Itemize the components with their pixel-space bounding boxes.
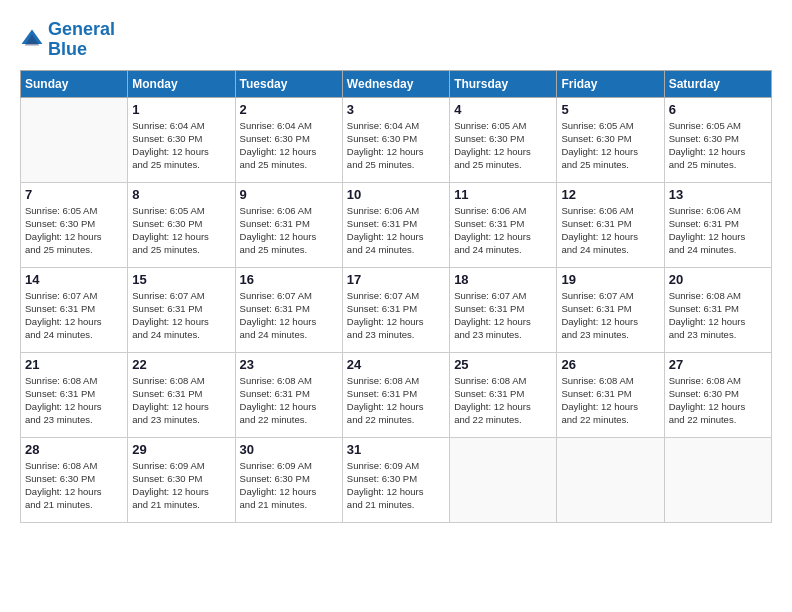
calendar-cell: 31Sunrise: 6:09 AM Sunset: 6:30 PM Dayli…: [342, 437, 449, 522]
day-number: 3: [347, 102, 445, 117]
calendar-cell: 2Sunrise: 6:04 AM Sunset: 6:30 PM Daylig…: [235, 97, 342, 182]
day-info: Sunrise: 6:06 AM Sunset: 6:31 PM Dayligh…: [561, 204, 659, 257]
day-number: 1: [132, 102, 230, 117]
calendar-cell: 1Sunrise: 6:04 AM Sunset: 6:30 PM Daylig…: [128, 97, 235, 182]
calendar-cell: [557, 437, 664, 522]
day-number: 4: [454, 102, 552, 117]
calendar-cell: 22Sunrise: 6:08 AM Sunset: 6:31 PM Dayli…: [128, 352, 235, 437]
header-sunday: Sunday: [21, 70, 128, 97]
calendar-cell: 5Sunrise: 6:05 AM Sunset: 6:30 PM Daylig…: [557, 97, 664, 182]
day-number: 29: [132, 442, 230, 457]
calendar-cell: 24Sunrise: 6:08 AM Sunset: 6:31 PM Dayli…: [342, 352, 449, 437]
calendar-week-3: 14Sunrise: 6:07 AM Sunset: 6:31 PM Dayli…: [21, 267, 772, 352]
day-info: Sunrise: 6:05 AM Sunset: 6:30 PM Dayligh…: [25, 204, 123, 257]
calendar-cell: [21, 97, 128, 182]
calendar-table: SundayMondayTuesdayWednesdayThursdayFrid…: [20, 70, 772, 523]
header-saturday: Saturday: [664, 70, 771, 97]
day-info: Sunrise: 6:09 AM Sunset: 6:30 PM Dayligh…: [347, 459, 445, 512]
day-number: 27: [669, 357, 767, 372]
day-info: Sunrise: 6:04 AM Sunset: 6:30 PM Dayligh…: [240, 119, 338, 172]
day-number: 28: [25, 442, 123, 457]
page-header: General Blue: [20, 20, 772, 60]
logo-icon: [20, 28, 44, 52]
calendar-cell: 11Sunrise: 6:06 AM Sunset: 6:31 PM Dayli…: [450, 182, 557, 267]
header-thursday: Thursday: [450, 70, 557, 97]
day-info: Sunrise: 6:08 AM Sunset: 6:31 PM Dayligh…: [454, 374, 552, 427]
calendar-cell: 30Sunrise: 6:09 AM Sunset: 6:30 PM Dayli…: [235, 437, 342, 522]
day-number: 2: [240, 102, 338, 117]
calendar-cell: 17Sunrise: 6:07 AM Sunset: 6:31 PM Dayli…: [342, 267, 449, 352]
calendar-week-2: 7Sunrise: 6:05 AM Sunset: 6:30 PM Daylig…: [21, 182, 772, 267]
calendar-cell: 6Sunrise: 6:05 AM Sunset: 6:30 PM Daylig…: [664, 97, 771, 182]
calendar-cell: 23Sunrise: 6:08 AM Sunset: 6:31 PM Dayli…: [235, 352, 342, 437]
day-info: Sunrise: 6:05 AM Sunset: 6:30 PM Dayligh…: [454, 119, 552, 172]
calendar-cell: 15Sunrise: 6:07 AM Sunset: 6:31 PM Dayli…: [128, 267, 235, 352]
logo: General Blue: [20, 20, 115, 60]
day-info: Sunrise: 6:07 AM Sunset: 6:31 PM Dayligh…: [240, 289, 338, 342]
calendar-cell: 13Sunrise: 6:06 AM Sunset: 6:31 PM Dayli…: [664, 182, 771, 267]
day-info: Sunrise: 6:06 AM Sunset: 6:31 PM Dayligh…: [347, 204, 445, 257]
header-tuesday: Tuesday: [235, 70, 342, 97]
logo-text: General Blue: [48, 20, 115, 60]
calendar-cell: 29Sunrise: 6:09 AM Sunset: 6:30 PM Dayli…: [128, 437, 235, 522]
header-monday: Monday: [128, 70, 235, 97]
day-number: 12: [561, 187, 659, 202]
day-info: Sunrise: 6:07 AM Sunset: 6:31 PM Dayligh…: [454, 289, 552, 342]
calendar-cell: 16Sunrise: 6:07 AM Sunset: 6:31 PM Dayli…: [235, 267, 342, 352]
calendar-cell: 18Sunrise: 6:07 AM Sunset: 6:31 PM Dayli…: [450, 267, 557, 352]
day-info: Sunrise: 6:08 AM Sunset: 6:31 PM Dayligh…: [132, 374, 230, 427]
day-number: 26: [561, 357, 659, 372]
calendar-cell: 10Sunrise: 6:06 AM Sunset: 6:31 PM Dayli…: [342, 182, 449, 267]
day-info: Sunrise: 6:05 AM Sunset: 6:30 PM Dayligh…: [561, 119, 659, 172]
day-number: 30: [240, 442, 338, 457]
calendar-week-1: 1Sunrise: 6:04 AM Sunset: 6:30 PM Daylig…: [21, 97, 772, 182]
header-wednesday: Wednesday: [342, 70, 449, 97]
calendar-cell: [450, 437, 557, 522]
header-friday: Friday: [557, 70, 664, 97]
calendar-cell: 25Sunrise: 6:08 AM Sunset: 6:31 PM Dayli…: [450, 352, 557, 437]
calendar-cell: 14Sunrise: 6:07 AM Sunset: 6:31 PM Dayli…: [21, 267, 128, 352]
day-number: 22: [132, 357, 230, 372]
day-info: Sunrise: 6:04 AM Sunset: 6:30 PM Dayligh…: [132, 119, 230, 172]
calendar-cell: [664, 437, 771, 522]
day-number: 7: [25, 187, 123, 202]
day-number: 8: [132, 187, 230, 202]
day-number: 19: [561, 272, 659, 287]
day-number: 11: [454, 187, 552, 202]
calendar-cell: 7Sunrise: 6:05 AM Sunset: 6:30 PM Daylig…: [21, 182, 128, 267]
calendar-header-row: SundayMondayTuesdayWednesdayThursdayFrid…: [21, 70, 772, 97]
day-number: 9: [240, 187, 338, 202]
day-info: Sunrise: 6:08 AM Sunset: 6:31 PM Dayligh…: [240, 374, 338, 427]
calendar-week-5: 28Sunrise: 6:08 AM Sunset: 6:30 PM Dayli…: [21, 437, 772, 522]
day-info: Sunrise: 6:05 AM Sunset: 6:30 PM Dayligh…: [669, 119, 767, 172]
day-number: 10: [347, 187, 445, 202]
day-number: 23: [240, 357, 338, 372]
day-info: Sunrise: 6:08 AM Sunset: 6:30 PM Dayligh…: [669, 374, 767, 427]
day-info: Sunrise: 6:07 AM Sunset: 6:31 PM Dayligh…: [561, 289, 659, 342]
day-number: 16: [240, 272, 338, 287]
day-info: Sunrise: 6:07 AM Sunset: 6:31 PM Dayligh…: [347, 289, 445, 342]
calendar-cell: 19Sunrise: 6:07 AM Sunset: 6:31 PM Dayli…: [557, 267, 664, 352]
day-number: 14: [25, 272, 123, 287]
day-info: Sunrise: 6:06 AM Sunset: 6:31 PM Dayligh…: [669, 204, 767, 257]
calendar-week-4: 21Sunrise: 6:08 AM Sunset: 6:31 PM Dayli…: [21, 352, 772, 437]
day-number: 15: [132, 272, 230, 287]
day-info: Sunrise: 6:08 AM Sunset: 6:30 PM Dayligh…: [25, 459, 123, 512]
day-number: 13: [669, 187, 767, 202]
day-number: 20: [669, 272, 767, 287]
calendar-cell: 4Sunrise: 6:05 AM Sunset: 6:30 PM Daylig…: [450, 97, 557, 182]
day-info: Sunrise: 6:09 AM Sunset: 6:30 PM Dayligh…: [240, 459, 338, 512]
day-number: 6: [669, 102, 767, 117]
calendar-cell: 27Sunrise: 6:08 AM Sunset: 6:30 PM Dayli…: [664, 352, 771, 437]
calendar-cell: 26Sunrise: 6:08 AM Sunset: 6:31 PM Dayli…: [557, 352, 664, 437]
calendar-cell: 3Sunrise: 6:04 AM Sunset: 6:30 PM Daylig…: [342, 97, 449, 182]
calendar-cell: 28Sunrise: 6:08 AM Sunset: 6:30 PM Dayli…: [21, 437, 128, 522]
day-number: 24: [347, 357, 445, 372]
day-info: Sunrise: 6:09 AM Sunset: 6:30 PM Dayligh…: [132, 459, 230, 512]
day-number: 31: [347, 442, 445, 457]
calendar-cell: 9Sunrise: 6:06 AM Sunset: 6:31 PM Daylig…: [235, 182, 342, 267]
day-info: Sunrise: 6:08 AM Sunset: 6:31 PM Dayligh…: [669, 289, 767, 342]
calendar-cell: 8Sunrise: 6:05 AM Sunset: 6:30 PM Daylig…: [128, 182, 235, 267]
day-info: Sunrise: 6:08 AM Sunset: 6:31 PM Dayligh…: [25, 374, 123, 427]
day-info: Sunrise: 6:07 AM Sunset: 6:31 PM Dayligh…: [132, 289, 230, 342]
